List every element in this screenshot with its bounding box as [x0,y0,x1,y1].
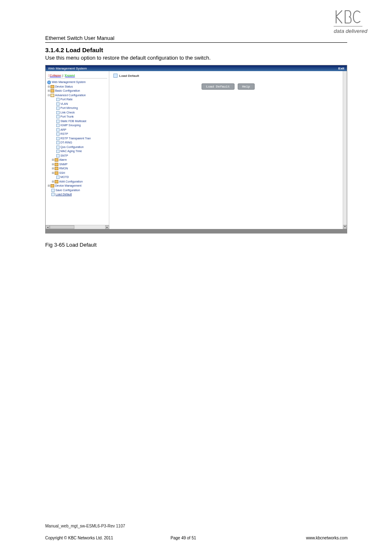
page-icon [56,102,60,106]
document-title: Ethernet Switch User Manual [45,35,114,41]
collapse-icon: ⊟ [47,93,51,98]
page-icon [51,189,55,192]
help-button[interactable]: Help [238,83,254,90]
page-icon [113,74,118,78]
tree-controls: □Collapse | □Expand [47,73,107,79]
tree-advanced-config[interactable]: ⊟Advanced Configuration [47,93,107,98]
scroll-right-icon[interactable]: ► [105,225,109,229]
section-description: Use this menu option to restore the defa… [45,55,211,61]
tree-basic-config[interactable]: ⊞Basic Configuration [47,89,107,93]
tree-item-sntp[interactable]: SNTP [47,154,107,158]
tree-item-motd[interactable]: MOTD [47,175,107,180]
scroll-down-icon[interactable]: ▼ [343,225,347,229]
page-icon [56,137,60,140]
panel-header: Load Default [109,71,347,80]
folder-icon [51,184,54,187]
tree-item-rstp-transparent[interactable]: RSTP Transparent Tran [47,136,107,141]
expand-icon: ⊞ [47,184,51,188]
expand-icon: ⊞ [51,180,55,184]
page-icon [56,115,60,118]
page-icon [56,120,60,123]
exit-link[interactable]: Exit [338,67,344,70]
tree-item-vlan[interactable]: VLAN [47,102,107,106]
window-titlebar: Web Management System Exit [46,65,347,71]
window-title: Web Management System [48,67,87,70]
brand-tagline: data delivered [334,28,367,34]
page-icon [56,176,60,179]
scroll-thumb[interactable] [50,225,74,229]
tree-item-dt-ring[interactable]: DT-RING [47,141,107,145]
nav-sidebar: □Collapse | □Expand Web Management Syste… [46,71,109,229]
page-icon [51,193,55,196]
folder-icon [51,89,54,92]
page-icon [56,132,60,136]
title-underline [45,42,347,43]
expand-icon: ⊞ [51,166,55,171]
tree-device-status[interactable]: ⊞Device Status [47,85,107,89]
folder-open-icon [51,94,54,97]
main-v-scrollbar[interactable]: ▼ [343,71,347,229]
main-panel: Load Default Load Default Help [109,71,347,229]
folder-icon [55,171,58,175]
tree-device-mgmt[interactable]: ⊞Device Management [47,184,107,188]
nav-tree: Web Management System ⊞Device Status ⊞Ba… [47,80,107,197]
figure-caption: Fig 3-65 Load Default [45,242,97,248]
page-icon [56,98,60,101]
expand-icon: ⊞ [47,85,51,89]
expand-icon: ⊞ [51,171,55,176]
tree-rmon[interactable]: ⊞RMON [47,166,107,171]
folder-icon [51,85,54,88]
sidebar-h-scrollbar[interactable]: ◄ ► [46,225,109,229]
globe-icon [47,81,51,84]
tree-item-port-mirroring[interactable]: Port Mirroring [47,106,107,111]
footer-copyright: Copyright © KBC Networks Ltd. 2011 [45,536,113,540]
page-icon [56,124,60,127]
tree-item-link-check[interactable]: Link Check [47,111,107,115]
scroll-left-icon[interactable]: ◄ [46,225,50,229]
expand-icon: ⊞ [51,158,55,162]
tree-ssh[interactable]: ⊞SSH [47,171,107,176]
tree-item-load-default[interactable]: Load Default [47,192,107,197]
footer-page-number: Page 49 of 51 [171,536,196,540]
tree-snmp[interactable]: ⊞SNMP [47,162,107,167]
expand-link[interactable]: Expand [65,74,75,77]
tree-item-port-trunk[interactable]: Port Trunk [47,115,107,119]
folder-icon [55,167,58,170]
panel-title: Load Default [119,74,139,78]
page-icon [56,128,60,132]
tree-item-qos[interactable]: Qos Configuration [47,145,107,150]
folder-icon [55,163,58,166]
tree-item-static-fdb[interactable]: Static FDB Multicast [47,119,107,124]
window-statusbar [46,229,347,233]
brand-logo: data delivered [334,8,367,34]
tree-root[interactable]: Web Management System [47,80,107,85]
expand-icon: ⊞ [51,162,55,167]
load-default-button[interactable]: Load Default [202,83,235,90]
tree-alarm[interactable]: ⊞Alarm [47,158,107,162]
tree-item-save-config[interactable]: Save Configuration [47,188,107,193]
page-icon [56,154,60,157]
expand-icon: ⊞ [47,89,51,93]
folder-icon [55,158,58,162]
page-icon [56,150,60,153]
section-heading: 3.1.4.2 Load Default [45,46,103,53]
tree-item-arp[interactable]: ARP [47,128,107,132]
footer-filename: Manual_web_mgt_sw-ESML6-P3-Rev 1107 [45,524,125,528]
tree-item-mac-aging[interactable]: MAC Aging Time [47,149,107,154]
collapse-link[interactable]: Collapse [50,74,61,77]
folder-icon [55,180,58,183]
page-icon [56,111,60,114]
tree-aaa[interactable]: ⊞AAA Configuration [47,180,107,184]
page-icon [56,146,60,149]
tree-item-rstp[interactable]: RSTP [47,132,107,136]
embedded-screenshot: Web Management System Exit □Collapse | □… [45,65,347,234]
page-icon [56,106,60,110]
footer-url: www.kbcnetworks.com [306,536,348,540]
tree-item-igmp[interactable]: IGMP Snooping [47,123,107,128]
page-icon [56,141,60,144]
tree-item-port-rate[interactable]: Port Rate [47,97,107,102]
